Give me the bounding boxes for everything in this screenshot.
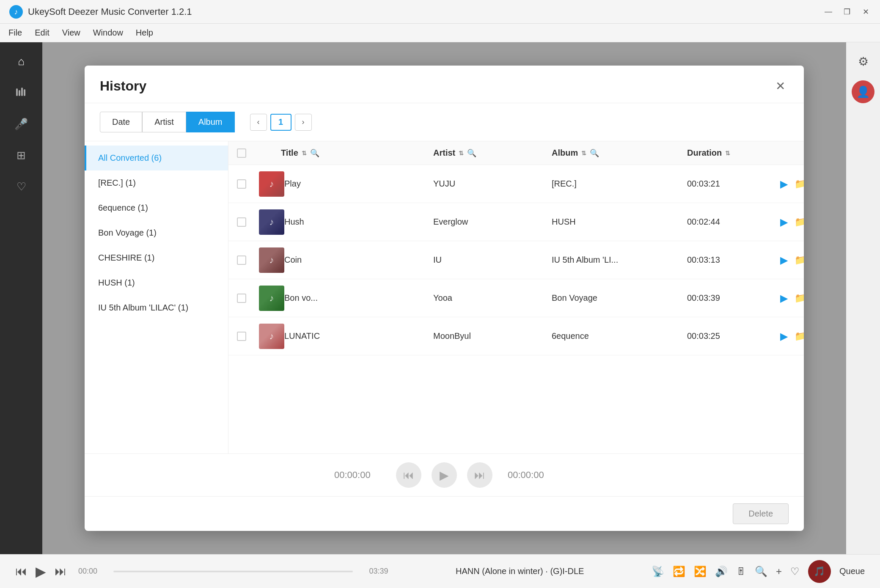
modal-player: 00:00:00 ⏮ ▶ ⏭ 00:00:00 [85,453,804,496]
modal-close-button[interactable]: ✕ [772,77,789,94]
select-all-checkbox[interactable] [237,148,246,158]
row1-album: [REC.] [552,179,687,189]
row4-thumbnail: ♪ [259,286,284,311]
next-page-button[interactable]: › [295,114,312,131]
artist-sort-icon[interactable]: ⇅ [459,150,464,157]
row2-play-button[interactable]: ▶ [780,216,788,228]
row5-checkbox[interactable] [237,332,246,341]
row5-album: 6equence [552,331,687,341]
svg-text:♪: ♪ [14,8,18,16]
row2-checkbox-cell [237,217,259,227]
menu-view[interactable]: View [62,28,80,38]
player-search-icon[interactable]: 🔍 [755,566,767,577]
sidebar: ⌂ 🎤 ⊞ ♡ [0,42,42,554]
player-cast-icon[interactable]: 📡 [652,566,664,577]
album-item-rec[interactable]: [REC.] (1) [85,170,228,195]
row4-album: Bon Voyage [552,293,687,303]
menu-edit[interactable]: Edit [35,28,49,38]
row5-duration: 00:03:25 [687,331,780,341]
tab-artist-button[interactable]: Artist [142,112,186,132]
current-page: 1 [270,114,292,131]
user-avatar: 👤 [852,80,874,103]
modal-title: History [100,78,146,94]
album-item-6equence[interactable]: 6equence (1) [85,195,228,220]
player-equalizer-icon[interactable]: 🎚 [736,566,746,577]
player-bar: ⏮ ▶ ⏭ 00:00 03:39 HANN (Alone in winter)… [0,554,880,588]
window-close-button[interactable]: ✕ [860,6,872,18]
track-scroll-area[interactable]: ♪ Play YUJU [REC.] 00:03:21 ▶ 📁 [228,165,804,453]
title-bar: ♪ UkeySoft Deezer Music Converter 1.2.1 … [0,0,880,24]
album-item-bon-voyage[interactable]: Bon Voyage (1) [85,220,228,245]
app-icon: ♪ [8,4,24,19]
title-search-icon[interactable]: 🔍 [310,148,319,158]
tab-date-button[interactable]: Date [100,112,142,132]
player-shuffle-icon[interactable]: 🔀 [694,566,707,577]
duration-sort-icon[interactable]: ⇅ [725,150,730,157]
modal-footer: Delete [85,496,804,531]
content-area: History ✕ Date Artist Album ‹ 1 › [42,42,846,554]
row5-folder-button[interactable]: 📁 [795,331,804,342]
row4-play-button[interactable]: ▶ [780,292,788,304]
row3-title: Coin [281,255,433,265]
row2-duration: 00:02:44 [687,217,780,227]
sidebar-home-icon[interactable]: ⌂ [11,51,32,72]
menu-window[interactable]: Window [93,28,123,38]
row4-folder-button[interactable]: 📁 [795,293,804,304]
row2-checkbox[interactable] [237,217,246,227]
row1-actions: ▶ 📁 🗑 [780,178,804,190]
player-queue-label[interactable]: Queue [839,566,865,576]
row3-play-button[interactable]: ▶ [780,254,788,266]
row3-album: IU 5th Album 'LI... [552,255,687,265]
row3-folder-button[interactable]: 📁 [795,255,804,266]
menu-file[interactable]: File [8,28,22,38]
row1-play-button[interactable]: ▶ [780,178,788,190]
modal-header: History ✕ [85,66,804,103]
restore-button[interactable]: ❒ [841,6,853,18]
player-progress-bar[interactable] [113,571,353,572]
player-prev-button[interactable]: ⏮ [15,564,27,578]
album-search-icon[interactable]: 🔍 [590,148,599,158]
tab-album-button[interactable]: Album [186,112,235,132]
player-add-icon[interactable]: + [776,566,782,577]
album-item-cheshire[interactable]: CHESHIRE (1) [85,245,228,270]
player-next-button[interactable]: ⏭ [55,564,66,578]
row5-play-button[interactable]: ▶ [780,330,788,342]
track-list-container: Title ⇅ 🔍 Artist ⇅ 🔍 A [228,141,804,453]
album-item-iu-5th[interactable]: IU 5th Album 'LILAC' (1) [85,295,228,320]
row4-title: Bon vo... [281,293,433,303]
prev-page-button[interactable]: ‹ [250,114,267,131]
sidebar-music-icon[interactable] [11,82,32,103]
table-row: ♪ Hush Everglow HUSH 00:02:44 ▶ 📁 [228,203,804,241]
menu-help[interactable]: Help [136,28,153,38]
row2-folder-button[interactable]: 📁 [795,217,804,228]
modal-prev-button[interactable]: ⏮ [396,462,421,488]
modal-next-button[interactable]: ⏭ [467,462,492,488]
sidebar-heart-icon[interactable]: ♡ [11,176,32,197]
album-item-hush[interactable]: HUSH (1) [85,270,228,295]
sidebar-grid-icon[interactable]: ⊞ [11,145,32,166]
modal-play-button[interactable]: ▶ [432,462,457,488]
artist-search-icon[interactable]: 🔍 [467,148,476,158]
row3-checkbox[interactable] [237,256,246,265]
player-play-button[interactable]: ▶ [36,563,46,580]
player-time-start: 00:00 [78,567,97,576]
row1-folder-button[interactable]: 📁 [795,179,804,190]
svg-rect-5 [24,89,25,96]
player-volume-icon[interactable]: 🔊 [715,566,728,577]
settings-icon[interactable]: ⚙ [852,51,874,72]
player-repeat-icon[interactable]: 🔁 [673,566,685,577]
row4-duration: 00:03:39 [687,293,780,303]
modal-time-start: 00:00:00 [334,470,381,481]
minimize-button[interactable]: — [822,6,834,18]
row1-thumbnail: ♪ [259,171,284,197]
row1-checkbox[interactable] [237,179,246,189]
album-item-all-converted[interactable]: All Converted (6) [85,146,228,170]
sidebar-mic-icon[interactable]: 🎤 [11,113,32,135]
pagination: ‹ 1 › [250,114,312,131]
player-heart-icon[interactable]: ♡ [790,566,800,577]
row4-checkbox[interactable] [237,294,246,303]
window-title: UkeySoft Deezer Music Converter 1.2.1 [28,6,822,17]
title-sort-icon[interactable]: ⇅ [302,150,307,157]
album-sort-icon[interactable]: ⇅ [581,150,586,157]
delete-button[interactable]: Delete [733,503,789,524]
